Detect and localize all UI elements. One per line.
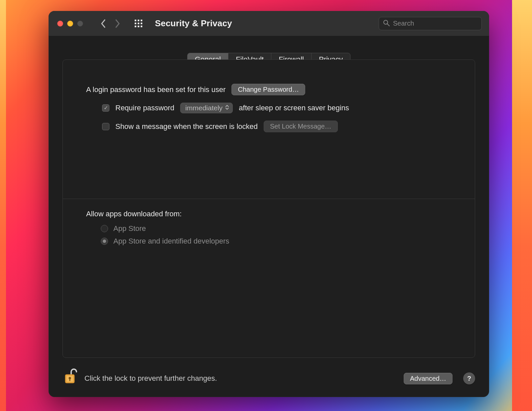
svg-rect-14 bbox=[69, 379, 70, 381]
svg-rect-1 bbox=[138, 20, 139, 21]
section-divider bbox=[63, 199, 475, 199]
svg-rect-2 bbox=[141, 20, 142, 21]
search-input[interactable] bbox=[393, 20, 477, 27]
advanced-button[interactable]: Advanced… bbox=[404, 373, 453, 384]
titlebar: Security & Privacy bbox=[49, 11, 489, 36]
show-all-button[interactable] bbox=[134, 19, 143, 28]
allow-apps-option-app-store: App Store bbox=[101, 224, 452, 233]
preferences-window: Security & Privacy General FileVault Fir… bbox=[49, 11, 489, 397]
require-password-label-before: Require password bbox=[115, 104, 174, 112]
footer: Click the lock to prevent further change… bbox=[49, 365, 489, 397]
search-field[interactable] bbox=[379, 17, 482, 30]
lock-button[interactable] bbox=[63, 370, 78, 386]
change-password-button[interactable]: Change Password… bbox=[231, 84, 305, 95]
svg-rect-6 bbox=[135, 26, 136, 27]
minimize-window-button[interactable] bbox=[67, 21, 73, 27]
lock-message-row: Show a message when the screen is locked… bbox=[102, 121, 452, 132]
close-window-button[interactable] bbox=[57, 21, 63, 27]
login-password-text: A login password has been set for this u… bbox=[86, 85, 225, 94]
svg-rect-5 bbox=[141, 23, 142, 24]
svg-rect-3 bbox=[135, 23, 136, 24]
svg-rect-4 bbox=[138, 23, 139, 24]
nav-arrows bbox=[100, 19, 120, 28]
allow-apps-option-identified-developers: App Store and identified developers bbox=[101, 237, 452, 246]
lock-help-text: Click the lock to prevent further change… bbox=[84, 374, 217, 383]
forward-button[interactable] bbox=[114, 19, 120, 28]
allow-apps-title: Allow apps downloaded from: bbox=[86, 210, 452, 218]
require-password-checkbox[interactable] bbox=[102, 104, 109, 112]
require-password-delay-value: immediately bbox=[185, 104, 222, 112]
require-password-label-after: after sleep or screen saver begins bbox=[239, 104, 349, 112]
set-lock-message-button: Set Lock Message… bbox=[264, 121, 338, 132]
allow-apps-label-identified-developers: App Store and identified developers bbox=[113, 237, 229, 246]
general-panel: A login password has been set for this u… bbox=[63, 59, 475, 358]
svg-line-10 bbox=[387, 24, 389, 26]
svg-rect-7 bbox=[138, 26, 139, 27]
zoom-window-button[interactable] bbox=[77, 21, 83, 27]
svg-point-9 bbox=[384, 20, 388, 24]
help-button[interactable]: ? bbox=[463, 372, 475, 384]
traffic-lights bbox=[57, 21, 83, 27]
back-button[interactable] bbox=[100, 19, 106, 28]
desktop-background-stripe-left bbox=[0, 0, 6, 411]
lock-message-checkbox[interactable] bbox=[102, 123, 109, 130]
lock-message-label: Show a message when the screen is locked bbox=[115, 122, 258, 131]
window-body: General FileVault Firewall Privacy A log… bbox=[49, 36, 489, 365]
allow-apps-radio-app-store bbox=[101, 225, 108, 232]
lock-open-icon bbox=[63, 368, 78, 386]
svg-rect-0 bbox=[135, 20, 136, 21]
desktop-background-stripe-right bbox=[512, 0, 532, 411]
require-password-delay-select[interactable]: immediately bbox=[180, 103, 233, 113]
allow-apps-radio-identified-developers bbox=[101, 238, 108, 245]
login-password-row: A login password has been set for this u… bbox=[86, 84, 452, 95]
window-title: Security & Privacy bbox=[155, 18, 232, 29]
svg-rect-8 bbox=[141, 26, 142, 27]
require-password-row: Require password immediately after sleep… bbox=[102, 103, 452, 113]
search-icon bbox=[383, 20, 390, 28]
updown-icon bbox=[225, 104, 229, 112]
allow-apps-label-app-store: App Store bbox=[113, 224, 146, 233]
